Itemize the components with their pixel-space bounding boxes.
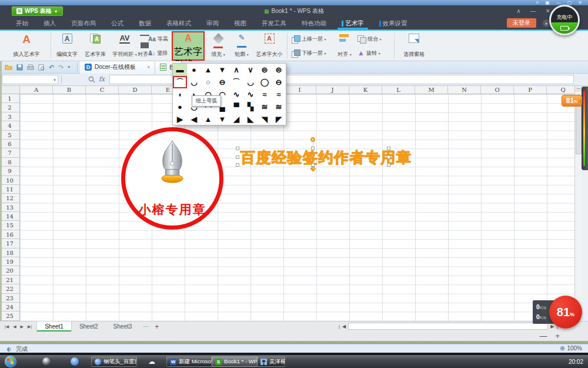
close-button[interactable]: ✕	[546, 8, 550, 14]
shape-option-r5c2[interactable]: ◀	[187, 113, 201, 125]
row-header-4[interactable]: 4	[0, 121, 19, 130]
selection-handle[interactable]	[311, 163, 315, 167]
wordart-gallery-button[interactable]: A 艺术字库	[82, 32, 108, 60]
row-header-14[interactable]: 14	[0, 212, 19, 221]
collapse-ribbon-icon[interactable]: ∧	[516, 8, 520, 14]
qat-dropdown-icon[interactable]: ▾	[68, 65, 70, 69]
open-folder-icon[interactable]	[5, 64, 12, 71]
column-header-J[interactable]: J	[316, 86, 349, 94]
vertical-text-button[interactable]: A↓ 竖排	[148, 48, 171, 58]
shape-option-r2c4[interactable]: ⊖	[215, 76, 229, 88]
row-header-2[interactable]: 2	[0, 103, 19, 112]
insert-wordart-button[interactable]: A 插入艺术字	[5, 32, 48, 60]
zoom-level[interactable]: 100%	[567, 345, 582, 352]
shape-option-r2c5[interactable]: ⌒	[229, 76, 243, 88]
battery-percent-bubble[interactable]: 81%	[549, 296, 582, 329]
shape-option-r4c6[interactable]: ▚	[243, 101, 258, 113]
selection-pane-button[interactable]: 选择窗格	[399, 32, 429, 60]
stamp-circle-object[interactable]: 小榕专用章	[121, 127, 223, 230]
cells-grid[interactable]	[20, 94, 575, 321]
shape-option-r4c1[interactable]: ●	[173, 101, 187, 113]
tab-close-icon[interactable]: ×	[147, 64, 150, 70]
battery-widget[interactable]: 充电中	[549, 5, 580, 35]
zoom-out-button[interactable]: —	[539, 333, 547, 340]
menu-icon[interactable]: ≡	[536, 0, 539, 5]
row-header-16[interactable]: 16	[0, 230, 19, 239]
row-header-23[interactable]: 23	[0, 294, 19, 303]
shape-option-r3c8[interactable]: ≈	[272, 88, 286, 101]
shape-option-r3c7[interactable]: ≈	[258, 88, 272, 101]
shape-option-r1c7[interactable]: ⊜	[258, 64, 272, 76]
shape-option-r5c3[interactable]: ▲	[201, 113, 215, 125]
horizontal-scrollbar[interactable]: |◀ ▶|	[339, 322, 557, 330]
wordart-shape-button[interactable]: A ⌒ 艺术字形状 ▾	[172, 31, 205, 61]
magnifier-icon[interactable]	[88, 76, 95, 83]
shape-option-r5c6[interactable]: ◣	[243, 113, 258, 125]
minimize-icon[interactable]: —	[556, 0, 561, 5]
ribbon-tab-视图[interactable]: 视图	[226, 17, 254, 29]
redo-icon[interactable]: ↷	[58, 64, 64, 71]
next-sheet-icon[interactable]: ▶	[21, 324, 24, 329]
shape-option-r3c1[interactable]: ◖	[173, 88, 187, 101]
shape-option-r2c6[interactable]: ◡	[243, 76, 258, 88]
taskbar-button-word[interactable]: W新建 Microsoft Wo...	[166, 356, 212, 367]
zoom-in-button[interactable]: +	[555, 333, 560, 340]
shape-option-r1c1[interactable]: ▬	[173, 64, 187, 76]
shape-option-r5c7[interactable]: ◥	[258, 113, 272, 125]
shape-option-r5c4[interactable]: ▼	[215, 113, 229, 125]
close-icon[interactable]: ✕	[578, 0, 582, 5]
shape-option-r2c7[interactable]: ◯	[258, 76, 272, 88]
column-header-K[interactable]: K	[349, 86, 382, 94]
rotation-handle[interactable]	[310, 137, 315, 142]
select-all-corner[interactable]	[0, 86, 20, 94]
column-header-I[interactable]: I	[283, 86, 316, 94]
start-button[interactable]	[5, 356, 16, 367]
prev-sheet-icon[interactable]: ◀	[13, 324, 16, 329]
column-header-B[interactable]: B	[53, 86, 86, 94]
column-header-A[interactable]: A	[20, 86, 53, 94]
ribbon-tab-开发工具[interactable]: 开发工具	[254, 17, 294, 29]
column-header-O[interactable]: O	[481, 86, 514, 94]
name-box[interactable]: ▼	[2, 75, 58, 84]
more-sheets-button[interactable]: ⋯	[139, 321, 152, 331]
column-header-C[interactable]: C	[86, 86, 119, 94]
taskbar-button-wps[interactable]: SBook1 * - WPS 表格	[212, 356, 258, 367]
row-header-1[interactable]: 1	[0, 94, 19, 103]
row-header-22[interactable]: 22	[0, 284, 19, 293]
row-header-9[interactable]: 9	[0, 167, 19, 175]
shape-option-r1c5[interactable]: ∧	[229, 64, 243, 76]
taskbar-button-browser[interactable]: 钢笔头_百度图片搜...	[91, 356, 137, 367]
bring-forward-button[interactable]: 上移一层 ▾	[292, 34, 330, 44]
print-icon[interactable]	[27, 64, 34, 71]
row-header-12[interactable]: 12	[0, 194, 19, 203]
browser-tray-icon[interactable]	[71, 357, 79, 366]
shape-option-r1c2[interactable]: ●	[187, 64, 201, 76]
cloud-icon[interactable]: ☁	[148, 357, 155, 366]
rotate-button[interactable]: ▲ 旋转 ▾	[358, 48, 390, 58]
row-header-8[interactable]: 8	[0, 158, 19, 167]
taskbar-clock[interactable]: 20:02	[569, 355, 583, 368]
shape-option-r2c1[interactable]: ⌒	[173, 76, 187, 88]
ribbon-tab-艺术字[interactable]: 艺术字	[334, 17, 372, 29]
column-header-D[interactable]: D	[119, 86, 152, 94]
selection-handle[interactable]	[236, 163, 239, 167]
row-header-18[interactable]: 18	[0, 248, 19, 257]
shape-option-r2c3[interactable]: ○	[201, 76, 215, 88]
ribbon-tab-效果设置[interactable]: 效果设置	[372, 17, 415, 29]
shape-option-r5c5[interactable]: ◢	[229, 113, 243, 125]
row-header-17[interactable]: 17	[0, 239, 19, 248]
row-header-5[interactable]: 5	[0, 131, 19, 140]
selection-handle[interactable]	[311, 147, 315, 150]
edit-text-button[interactable]: A 编辑文字	[54, 32, 80, 60]
equal-height-button[interactable]: Aa 等高	[148, 34, 171, 44]
taskbar-button-avatar[interactable]: 吴泽楠	[257, 356, 285, 367]
shape-option-r1c8[interactable]: ⊜	[272, 64, 286, 76]
hscroll-track[interactable]	[348, 323, 548, 330]
align2-button[interactable]: 对齐 ▾	[333, 32, 356, 60]
minimize-button[interactable]: —	[530, 8, 536, 14]
selection-handle[interactable]	[387, 155, 390, 159]
ribbon-tab-数据[interactable]: 数据	[131, 17, 159, 29]
ribbon-tab-插入[interactable]: 插入	[36, 17, 64, 29]
group-button[interactable]: 组合 ▾	[358, 34, 390, 44]
row-header-13[interactable]: 13	[0, 203, 19, 212]
